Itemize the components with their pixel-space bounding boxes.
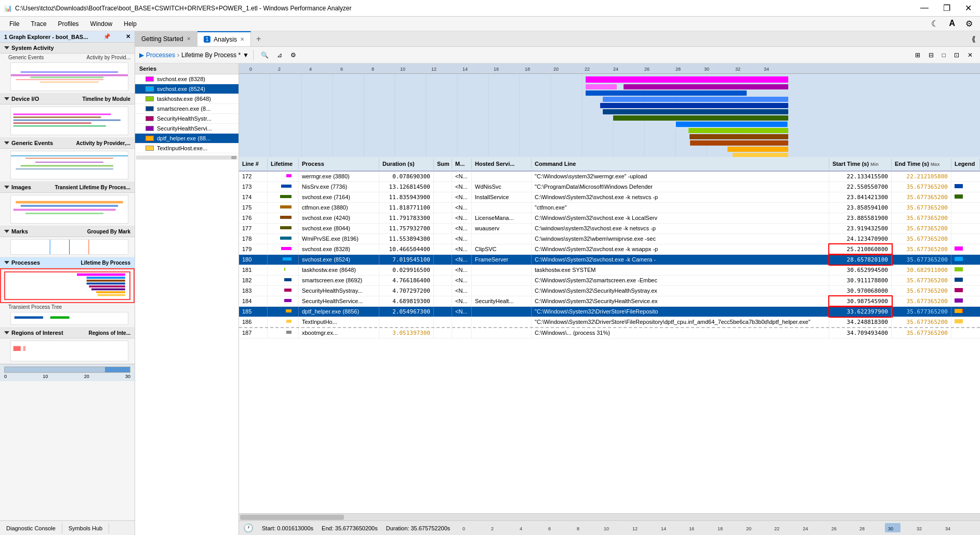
- layout-btn1[interactable]: ⊞: [912, 50, 923, 60]
- tab-close-icon[interactable]: ✕: [187, 36, 191, 42]
- filter-btn[interactable]: ⊿: [274, 50, 285, 60]
- col-line[interactable]: Line #: [239, 159, 268, 169]
- graph-item-marks[interactable]: [0, 237, 135, 257]
- graph-item-processes[interactable]: [0, 268, 135, 303]
- section-label: Images: [11, 184, 31, 190]
- cell-legend: [951, 286, 980, 296]
- series-item-0[interactable]: svchost.exe (8328): [135, 74, 239, 84]
- series-scrollbar[interactable]: [136, 155, 237, 160]
- search-btn[interactable]: 🔍: [258, 50, 272, 60]
- series-item-1[interactable]: svchost.exe (8524): [135, 84, 239, 94]
- layout-btn3[interactable]: □: [939, 50, 949, 60]
- graph-ruler: 0 2 4 6 8 10 12 14 16 18 20 22 2: [239, 63, 980, 74]
- section-marks[interactable]: Marks Grouped By Mark: [0, 226, 135, 237]
- table-row[interactable]: 181 taskhostw.exe (8648) 0.029916500 <N.…: [239, 265, 980, 276]
- breadcrumb-lifetime[interactable]: Lifetime By Process *: [181, 51, 241, 59]
- table-row[interactable]: 175 ctfmon.exe (3880) 11.818771100 <N...…: [239, 203, 980, 213]
- font-icon[interactable]: A: [946, 18, 958, 30]
- table-row[interactable]: 178 WmiPrvSE.exe (8196) 11.553894300 <N.…: [239, 234, 980, 244]
- table-row[interactable]: 186 TextInputHo... "C:\Windows\System32\…: [239, 317, 980, 328]
- series-item-6[interactable]: dptf_helper.exe (88...: [135, 134, 239, 143]
- table-row[interactable]: 184 SecurityHealthService... 4.689819300…: [239, 296, 980, 307]
- cell-end: 35.677365200: [892, 203, 951, 213]
- section-processes[interactable]: Processes Lifetime By Process: [0, 257, 135, 268]
- menu-trace[interactable]: Trace: [25, 18, 51, 30]
- cell-line: 181: [239, 265, 268, 275]
- section-regions[interactable]: Regions of Interest Regions of Inte...: [0, 328, 135, 338]
- breadcrumb-processes[interactable]: Processes: [146, 51, 175, 59]
- table-row-selected[interactable]: 180 svchost.exe (8524) 7.019545100 <N...…: [239, 255, 980, 265]
- col-m[interactable]: M...: [452, 159, 472, 169]
- tab-add-btn[interactable]: +: [251, 32, 266, 46]
- series-scroll[interactable]: svchost.exe (8328) svchost.exe (8524) ta…: [135, 74, 239, 535]
- cell-hosted: ClipSVC: [472, 244, 532, 254]
- col-legend[interactable]: Legend: [951, 159, 980, 169]
- graph-item-device-io[interactable]: [0, 105, 135, 138]
- tab-getting-started[interactable]: Getting Started ✕: [135, 31, 197, 46]
- section-system-activity[interactable]: System Activity: [0, 43, 135, 54]
- col-duration[interactable]: Duration (s): [379, 159, 434, 169]
- graph-item-transient[interactable]: Transient Process Tree: [0, 303, 135, 328]
- series-item-4[interactable]: SecurityHealthSystr...: [135, 114, 239, 124]
- restore-btn[interactable]: ❐: [939, 3, 955, 13]
- minimize-btn[interactable]: —: [916, 3, 933, 13]
- series-item-5[interactable]: SecurityHealthServi...: [135, 124, 239, 134]
- table-row[interactable]: 172 wermgr.exe (3880) 0.078690300 <N... …: [239, 172, 980, 182]
- menu-window[interactable]: Window: [85, 18, 118, 30]
- layout-btn2[interactable]: ⊟: [925, 50, 937, 60]
- close-btn[interactable]: ✕: [961, 3, 976, 13]
- zoom-indicator[interactable]: [4, 367, 130, 373]
- expand-icon[interactable]: ⟪: [968, 33, 980, 45]
- section-images[interactable]: Images Transient Lifetime By Proces...: [0, 182, 135, 193]
- pin-icon[interactable]: 📌: [103, 33, 111, 40]
- table-row[interactable]: 174 svchost.exe (7164) 11.835943900 <N..…: [239, 192, 980, 203]
- table-row[interactable]: 176 svchost.exe (4240) 11.791783300 <N..…: [239, 213, 980, 224]
- svg-rect-128: [885, 523, 900, 532]
- col-sum[interactable]: Sum: [434, 159, 452, 169]
- moon-icon[interactable]: ☾: [928, 18, 942, 30]
- cell-process: svchost.exe (7164): [299, 192, 379, 202]
- table-row[interactable]: 187 xbootmgr.ex... 3.051397300 C:\Window…: [239, 328, 980, 338]
- tabs-bar: Getting Started ✕ 1 Analysis ✕ + ⟪: [135, 31, 980, 47]
- graph-item-generic2[interactable]: [0, 149, 135, 182]
- tab-analysis[interactable]: 1 Analysis ✕: [197, 31, 251, 46]
- menu-help[interactable]: Help: [118, 18, 142, 30]
- hscroll-thumb[interactable]: [240, 515, 344, 520]
- table-row[interactable]: 173 NisSrv.exe (7736) 13.126814500 <N...…: [239, 182, 980, 192]
- table-row[interactable]: 179 svchost.exe (8328) 10.466504400 <N..…: [239, 244, 980, 255]
- col-hosted[interactable]: Hosted Servi...: [472, 159, 532, 169]
- table-row[interactable]: 183 SecurityHealthSystray... 4.707297200…: [239, 286, 980, 296]
- tab-close-icon[interactable]: ✕: [240, 36, 244, 42]
- graph-item-generic-events[interactable]: Generic Events Activity by Provid...: [0, 54, 135, 94]
- layout-btn4[interactable]: ⊡: [951, 50, 962, 60]
- horizontal-scrollbar[interactable]: [239, 513, 980, 520]
- close-panel-icon[interactable]: ✕: [126, 33, 130, 40]
- section-device-io[interactable]: Device I/O Timeline by Module: [0, 94, 135, 105]
- col-process[interactable]: Process: [299, 159, 379, 169]
- app-icon: 📊: [4, 5, 12, 12]
- graph-item-regions[interactable]: [0, 338, 135, 364]
- table-row-selected[interactable]: 185 dptf_helper.exe (8856) 2.054967300 <…: [239, 307, 980, 317]
- col-lifetime[interactable]: Lifetime: [268, 159, 299, 169]
- series-item-2[interactable]: taskhostw.exe (8648): [135, 94, 239, 104]
- menu-file[interactable]: File: [4, 18, 24, 30]
- settings-icon[interactable]: ⚙: [962, 18, 976, 30]
- tab-symbols[interactable]: Symbols Hub: [62, 523, 109, 533]
- table-row[interactable]: 177 svchost.exe (8044) 11.757932700 <N..…: [239, 224, 980, 234]
- col-command[interactable]: Command Line: [532, 159, 829, 169]
- col-start[interactable]: Start Time (s) Min: [829, 159, 892, 169]
- table-rows-container[interactable]: 172 wermgr.exe (3880) 0.078690300 <N... …: [239, 172, 980, 513]
- tab-diagnostic[interactable]: Diagnostic Console: [0, 523, 62, 533]
- graph-item-images[interactable]: [0, 193, 135, 226]
- config-btn[interactable]: ⚙: [287, 50, 299, 60]
- svg-rect-82: [676, 121, 788, 127]
- col-end[interactable]: End Time (s) Max: [892, 159, 951, 169]
- left-panel-scroll[interactable]: System Activity Generic Events Activity …: [0, 43, 135, 520]
- close-analysis-btn[interactable]: ✕: [964, 50, 976, 60]
- series-item-7[interactable]: TextInputHost.exe...: [135, 143, 239, 153]
- menu-profiles[interactable]: Profiles: [53, 18, 84, 30]
- section-generic-events2[interactable]: Generic Events Activity by Provider,...: [0, 138, 135, 149]
- dropdown-icon[interactable]: ▼: [243, 51, 249, 59]
- series-item-3[interactable]: smartscreen.exe (8...: [135, 104, 239, 114]
- table-row[interactable]: 182 smartscreen.exe (8692) 4.766186400 <…: [239, 276, 980, 286]
